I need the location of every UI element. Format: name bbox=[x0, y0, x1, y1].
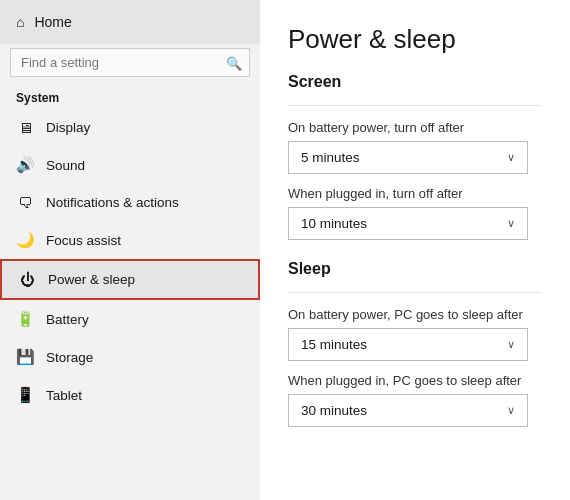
power-icon: ⏻ bbox=[18, 271, 36, 288]
chevron-down-icon: ∨ bbox=[507, 217, 515, 230]
sound-icon: 🔊 bbox=[16, 156, 34, 174]
display-icon: 🖥 bbox=[16, 119, 34, 136]
battery-icon: 🔋 bbox=[16, 310, 34, 328]
sidebar-item-power[interactable]: ⏻ Power & sleep bbox=[0, 259, 260, 300]
sidebar-item-label: Focus assist bbox=[46, 233, 121, 248]
screen-battery-value: 5 minutes bbox=[301, 150, 360, 165]
sidebar-item-sound[interactable]: 🔊 Sound bbox=[0, 146, 260, 184]
sleep-plugged-value: 30 minutes bbox=[301, 403, 367, 418]
sidebar-item-label: Power & sleep bbox=[48, 272, 135, 287]
sleep-plugged-dropdown[interactable]: 30 minutes ∨ bbox=[288, 394, 528, 427]
tablet-icon: 📱 bbox=[16, 386, 34, 404]
sidebar-item-label: Storage bbox=[46, 350, 93, 365]
sidebar-item-notifications[interactable]: 🗨 Notifications & actions bbox=[0, 184, 260, 221]
chevron-down-icon: ∨ bbox=[507, 151, 515, 164]
storage-icon: 💾 bbox=[16, 348, 34, 366]
search-icon: 🔍 bbox=[226, 55, 242, 70]
search-input[interactable] bbox=[10, 48, 250, 77]
sleep-section-title: Sleep bbox=[288, 260, 542, 278]
main-content: Power & sleep Screen On battery power, t… bbox=[260, 0, 570, 500]
sleep-plugged-label: When plugged in, PC goes to sleep after bbox=[288, 373, 542, 388]
sleep-divider bbox=[288, 292, 542, 293]
sleep-battery-label: On battery power, PC goes to sleep after bbox=[288, 307, 542, 322]
sidebar-item-tablet[interactable]: 📱 Tablet bbox=[0, 376, 260, 414]
sidebar-item-label: Battery bbox=[46, 312, 89, 327]
search-box: 🔍 bbox=[10, 48, 250, 77]
sleep-section: Sleep On battery power, PC goes to sleep… bbox=[288, 260, 542, 427]
screen-section: Screen On battery power, turn off after … bbox=[288, 73, 542, 240]
focus-icon: 🌙 bbox=[16, 231, 34, 249]
screen-divider bbox=[288, 105, 542, 106]
sidebar-item-label: Tablet bbox=[46, 388, 82, 403]
sidebar: ⌂ Home 🔍 System 🖥 Display 🔊 Sound 🗨 Noti… bbox=[0, 0, 260, 500]
sidebar-home[interactable]: ⌂ Home bbox=[0, 0, 260, 44]
sidebar-item-label: Display bbox=[46, 120, 90, 135]
sleep-battery-dropdown[interactable]: 15 minutes ∨ bbox=[288, 328, 528, 361]
screen-section-title: Screen bbox=[288, 73, 542, 91]
sidebar-item-storage[interactable]: 💾 Storage bbox=[0, 338, 260, 376]
home-icon: ⌂ bbox=[16, 14, 24, 30]
chevron-down-icon: ∨ bbox=[507, 338, 515, 351]
sidebar-home-label: Home bbox=[34, 14, 71, 30]
sleep-battery-value: 15 minutes bbox=[301, 337, 367, 352]
screen-plugged-dropdown[interactable]: 10 minutes ∨ bbox=[288, 207, 528, 240]
screen-plugged-value: 10 minutes bbox=[301, 216, 367, 231]
chevron-down-icon: ∨ bbox=[507, 404, 515, 417]
sidebar-item-display[interactable]: 🖥 Display bbox=[0, 109, 260, 146]
screen-battery-dropdown[interactable]: 5 minutes ∨ bbox=[288, 141, 528, 174]
notifications-icon: 🗨 bbox=[16, 194, 34, 211]
screen-battery-label: On battery power, turn off after bbox=[288, 120, 542, 135]
sidebar-section-label: System bbox=[0, 85, 260, 109]
screen-plugged-label: When plugged in, turn off after bbox=[288, 186, 542, 201]
sidebar-item-label: Sound bbox=[46, 158, 85, 173]
sidebar-item-battery[interactable]: 🔋 Battery bbox=[0, 300, 260, 338]
sidebar-item-label: Notifications & actions bbox=[46, 195, 179, 210]
sidebar-item-focus[interactable]: 🌙 Focus assist bbox=[0, 221, 260, 259]
page-title: Power & sleep bbox=[288, 24, 542, 55]
